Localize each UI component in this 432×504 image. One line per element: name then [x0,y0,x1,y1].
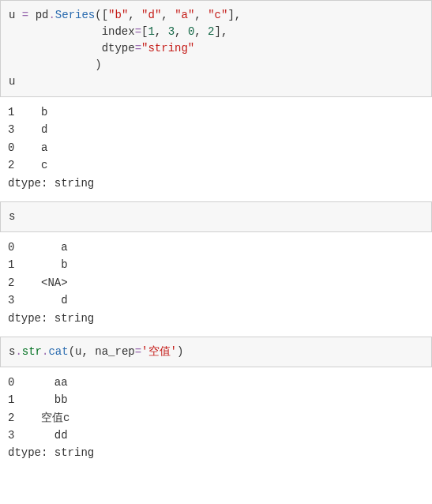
token-str: "d" [141,9,161,21]
token-op: = [135,42,141,55]
token-str: '空值' [141,345,177,358]
code-cell-2: s 0 a 1 b 2 <NA> 3 d dtype: string [0,201,432,337]
code-output-2: 0 a 1 b 2 <NA> 3 d dtype: string [0,232,432,337]
token-open-paren: ( [69,345,75,358]
code-input-3: s.str.cat(u, na_rep='空值') [0,337,432,367]
token-pd: pd [36,9,49,21]
code-output-1: 1 b 3 d 0 a 2 c dtype: string [0,97,432,201]
token-comma: , [175,25,188,38]
token-dot: . [15,345,21,358]
token-kwarg: index [102,25,135,38]
token-str: "string" [141,42,194,55]
code-output-3: 0 aa 1 bb 2 空值c 3 dd dtype: string [0,367,432,472]
token-bracket: ], [215,25,228,38]
code-input-2: s [0,201,432,232]
code-cell-3: s.str.cat(u, na_rep='空值') 0 aa 1 bb 2 空值… [0,337,432,472]
token-str: "c" [208,9,227,21]
token-comma: , [128,9,141,21]
code-cell-1: u = pd.Series(["b", "d", "a", "c"], inde… [0,0,432,201]
token-comma: , [155,25,168,38]
indent [9,58,95,71]
token-num: 2 [208,25,214,38]
token-op: = [135,25,141,38]
token-func-cat: cat [48,345,68,358]
token-str: "a" [175,9,194,21]
token-str: "b" [108,9,128,21]
token-op: = [135,345,141,358]
code-input-1: u = pd.Series(["b", "d", "a", "c"], inde… [0,0,432,97]
token-dot: . [48,9,54,21]
token-num: 3 [168,25,175,38]
token-kwarg: na_rep [95,345,134,358]
indent [9,42,102,55]
token-close-paren: ) [95,58,101,71]
token-var: s [9,210,15,223]
token-comma: , [194,9,208,21]
token-bracket: ], [227,9,241,21]
indent [9,25,102,38]
token-str-accessor: str [22,345,42,358]
token-op: = [15,9,35,21]
token-kwarg: dtype [102,42,135,55]
token-func-series: Series [55,9,95,21]
token-close-paren: ) [177,345,183,358]
token-bracket: ([ [95,9,108,21]
token-num: 1 [148,25,154,38]
token-comma: , [194,25,208,38]
token-comma: , [81,345,95,358]
token-comma: , [161,9,175,21]
token-var: u [9,75,15,88]
